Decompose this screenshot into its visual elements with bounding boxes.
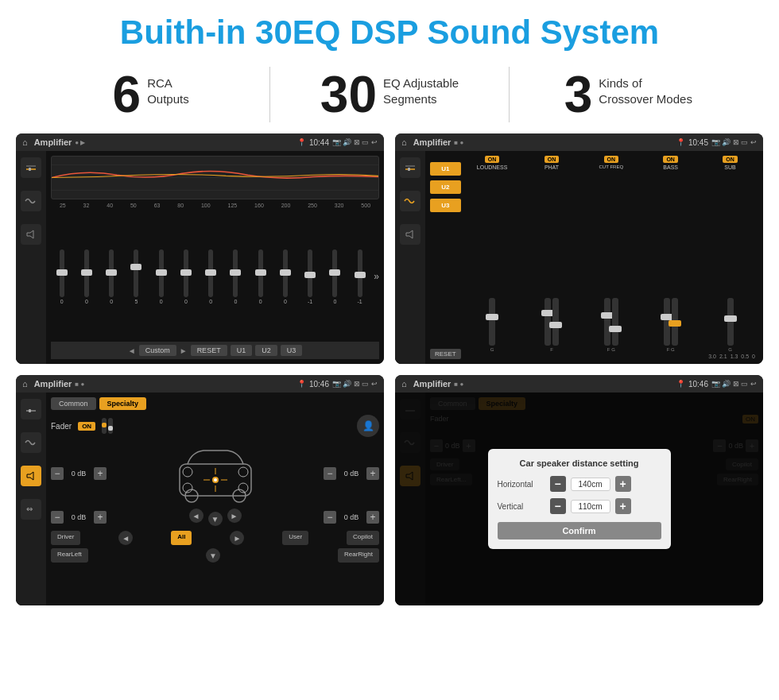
screen1-time: 10:44 [309, 138, 329, 147]
stat-crossover: 3 Kinds ofCrossover Modes [525, 69, 731, 120]
screen4-topbar: ⌂ Amplifier ■ ● 📍 10:46 📷 🔊 ⊠ ▭ ↩ [395, 375, 763, 393]
screen1-topbar: ⌂ Amplifier ● ▶ 📍 10:44 📷 🔊 ⊠ ▭ ↩ [16, 133, 384, 151]
bass-on[interactable]: ON [663, 156, 678, 163]
eq-slider-12[interactable]: 0 [324, 249, 346, 304]
eq-slider-10[interactable]: 0 [274, 249, 296, 304]
amp-presets: U1 U2 U3 RESET [430, 156, 461, 359]
eq-slider-6[interactable]: 0 [175, 249, 196, 304]
stat-divider-2 [509, 67, 510, 122]
fader-tabs: Common Specialty [51, 397, 379, 410]
wave2-icon[interactable] [400, 191, 421, 211]
fader-on-badge[interactable]: ON [78, 422, 95, 431]
eq2-icon[interactable] [400, 157, 421, 178]
eq-slider-8[interactable]: 0 [225, 249, 246, 304]
arrow-right2[interactable]: ► [230, 531, 244, 545]
u3-preset[interactable]: U3 [430, 199, 461, 212]
copilot-btn[interactable]: Copilot [347, 531, 379, 545]
u2-preset[interactable]: U2 [430, 180, 461, 194]
screen4-body: Common Specialty Fader ON − 0 dB + [395, 393, 763, 605]
bottom-buttons: Driver ◄ All ► User Copilot [51, 531, 379, 545]
minus-front-right[interactable]: − [324, 467, 336, 480]
user-btn[interactable]: User [282, 531, 308, 545]
minus-rear-right[interactable]: − [324, 511, 336, 524]
phat-on[interactable]: ON [545, 156, 560, 163]
svg-marker-3 [27, 230, 33, 238]
rear-left-btn[interactable]: RearLeft [51, 548, 88, 563]
arrows-icon[interactable]: ⇔ [21, 499, 41, 520]
confirm-button[interactable]: Confirm [498, 522, 661, 540]
vol-front-left-value: 0 dB [67, 470, 91, 478]
plus-front-left[interactable]: + [94, 467, 107, 480]
rear-right-btn[interactable]: RearRight [338, 548, 379, 563]
arrow-down2[interactable]: ▼ [206, 548, 220, 563]
horizontal-plus[interactable]: + [615, 476, 631, 492]
u2-btn[interactable]: U2 [255, 345, 277, 356]
speaker2-icon[interactable] [400, 224, 421, 245]
minus-rear-left[interactable]: − [51, 511, 64, 524]
page-title: Buith-in 30EQ DSP Sound System [0, 0, 779, 59]
eq-slider-4[interactable]: 5 [126, 249, 147, 304]
prev-arrow[interactable]: ◄ [128, 346, 136, 355]
home-icon4: ⌂ [401, 379, 407, 389]
eq-slider-9[interactable]: 0 [250, 249, 271, 304]
vol-row-1: − 0 dB + [51, 442, 379, 505]
plus-front-right[interactable]: + [366, 467, 379, 480]
eq-slider-2[interactable]: 0 [76, 249, 97, 304]
arrow-down[interactable]: ▼ [208, 512, 223, 526]
eq-slider-13[interactable]: -1 [349, 249, 370, 304]
screen-eq: ⌂ Amplifier ● ▶ 📍 10:44 📷 🔊 ⊠ ▭ ↩ [16, 133, 384, 364]
home-icon3: ⌂ [22, 379, 28, 389]
sub-on[interactable]: ON [723, 156, 738, 163]
scale-labels: 3.0 2.1 1.3 0.5 0 [464, 354, 758, 359]
cutfreq-on[interactable]: ON [604, 156, 619, 163]
preset-custom[interactable]: Custom [139, 345, 176, 356]
stat-divider-1 [269, 67, 270, 122]
u1-preset[interactable]: U1 [430, 162, 461, 176]
eq3-icon[interactable] [21, 399, 41, 420]
tab-common[interactable]: Common [51, 397, 96, 410]
minus-front-left[interactable]: − [51, 467, 64, 480]
band-bass: ON BASS F G [642, 156, 699, 352]
band-sub: ON SUB G [702, 156, 758, 352]
dialog-horizontal-row: Horizontal − 140cm + [498, 476, 661, 492]
eq-slider-7[interactable]: 0 [200, 249, 222, 304]
eq-slider-1[interactable]: 0 [51, 249, 72, 304]
reset-btn[interactable]: RESET [191, 345, 227, 356]
phat-label: PHAT [545, 164, 559, 170]
eq-slider-5[interactable]: 0 [150, 249, 172, 304]
vertical-minus[interactable]: − [550, 498, 566, 514]
vertical-value: 110cm [571, 500, 610, 513]
stat-rca: 6 RCAOutputs [48, 69, 254, 120]
eq-slider-11[interactable]: -1 [300, 249, 321, 304]
wave3-icon[interactable] [21, 432, 41, 453]
next-arrow[interactable]: ► [180, 346, 188, 355]
horizontal-minus[interactable]: − [550, 476, 566, 492]
speaker3-icon[interactable] [21, 466, 41, 486]
stat-crossover-text: Kinds ofCrossover Modes [599, 69, 692, 106]
stat-eq-text: EQ AdjustableSegments [383, 69, 459, 106]
arrow-right[interactable]: ► [227, 509, 242, 523]
plus-rear-right[interactable]: + [366, 511, 379, 524]
all-btn[interactable]: All [171, 531, 192, 545]
svg-rect-9 [408, 168, 410, 171]
u3-btn[interactable]: U3 [281, 345, 303, 356]
plus-rear-left[interactable]: + [94, 511, 107, 524]
wave-icon[interactable] [21, 191, 41, 211]
driver-btn[interactable]: Driver [51, 531, 80, 545]
tab-specialty[interactable]: Specialty [99, 397, 147, 410]
vol-rear-left: − 0 dB + [51, 511, 107, 524]
loudness-on[interactable]: ON [485, 156, 500, 163]
eq-slider-3[interactable]: 0 [101, 249, 122, 304]
vertical-plus[interactable]: + [615, 498, 631, 514]
eq-icon[interactable] [21, 157, 41, 178]
stat-crossover-number: 3 [564, 69, 593, 120]
vertical-label: Vertical [498, 502, 545, 511]
arrow-left2[interactable]: ◄ [118, 531, 133, 545]
profile-icon[interactable]: 👤 [357, 415, 379, 437]
arrow-left[interactable]: ◄ [189, 509, 203, 523]
u1-btn[interactable]: U1 [231, 345, 253, 356]
speaker-icon[interactable] [21, 224, 41, 245]
amp-reset[interactable]: RESET [430, 349, 461, 359]
dot-icon: ● ▶ [75, 139, 85, 146]
screen3-sidebar: ⇔ [16, 393, 46, 605]
